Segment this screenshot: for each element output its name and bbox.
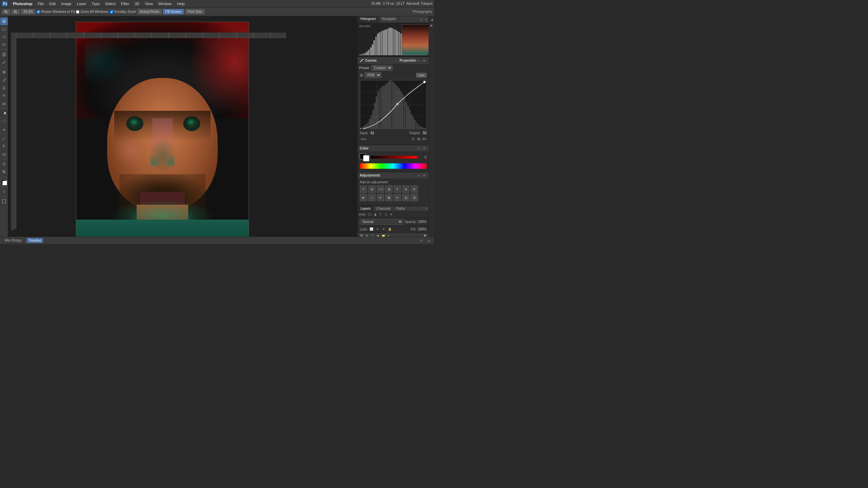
- fill-value[interactable]: 100%: [418, 227, 427, 231]
- menu-image[interactable]: Image: [58, 1, 74, 6]
- menu-type[interactable]: Type: [89, 1, 102, 6]
- tab-histogram[interactable]: Histogram: [358, 16, 379, 23]
- crop-tool[interactable]: [0, 51, 8, 58]
- tab-channels[interactable]: Channels: [374, 206, 394, 211]
- adj-channelmix-btn[interactable]: ⊟: [377, 194, 384, 201]
- menu-help[interactable]: Help: [174, 1, 188, 6]
- zoom-out-btn[interactable]: [12, 9, 20, 14]
- move-tool[interactable]: [0, 18, 8, 25]
- adj-brightness-btn[interactable]: ☀: [360, 185, 367, 193]
- menu-photoshop[interactable]: Photoshop: [10, 1, 35, 6]
- adj-panel-menu[interactable]: ≡: [416, 173, 421, 178]
- curves-preview-btn[interactable]: [416, 137, 421, 141]
- filter-text-btn[interactable]: T: [378, 212, 383, 217]
- clone-stamp-tool[interactable]: [0, 84, 8, 92]
- menu-layer[interactable]: Layer: [74, 1, 89, 6]
- opacity-value[interactable]: 100%: [418, 220, 427, 224]
- output-value[interactable]: 50: [423, 131, 427, 135]
- adj-threshold-btn[interactable]: ▧: [411, 194, 418, 201]
- edge-btn-1[interactable]: ▶: [429, 23, 434, 28]
- navigator-thumb[interactable]: [402, 24, 429, 55]
- eraser-tool[interactable]: [0, 100, 8, 107]
- layer-add-style-btn[interactable]: fx: [364, 233, 369, 237]
- lock-transparent-btn[interactable]: ⬜: [369, 227, 374, 231]
- text-tool[interactable]: T: [0, 143, 8, 150]
- menu-file[interactable]: File: [35, 1, 46, 6]
- adj-posterize-btn[interactable]: ▥: [402, 194, 410, 201]
- status-timeline[interactable]: Timeline: [26, 238, 43, 243]
- scrubby-checkbox[interactable]: Scrubby Zoom: [110, 10, 136, 14]
- adj-collorlookup-btn[interactable]: ▦: [385, 194, 393, 201]
- dodge-tool[interactable]: [0, 125, 8, 133]
- curves-panel-menu[interactable]: ≡: [416, 58, 421, 63]
- shape-tool[interactable]: [0, 150, 8, 158]
- fg-bg-swatches[interactable]: [360, 153, 369, 161]
- gradient-tool[interactable]: [0, 109, 8, 117]
- adj-levels-btn[interactable]: ▤: [368, 185, 376, 193]
- status-settings-btn[interactable]: ⚙: [419, 238, 424, 243]
- auto-btn[interactable]: Auto: [416, 73, 427, 78]
- lock-all-btn[interactable]: 🔒: [388, 227, 392, 231]
- properties-tab-prop[interactable]: Properties: [406, 58, 410, 63]
- blend-mode-select[interactable]: Normal: [360, 219, 403, 225]
- print-size-btn[interactable]: Print Size: [185, 9, 204, 14]
- tab-layers[interactable]: Layers: [358, 206, 374, 211]
- layer-new-adj-btn[interactable]: ◑: [375, 233, 380, 237]
- canvas-document[interactable]: [76, 22, 249, 237]
- background-swatch[interactable]: [2, 181, 7, 185]
- resize-checkbox[interactable]: Resize Windows to Fit: [37, 10, 75, 14]
- menu-filter[interactable]: Filter: [118, 1, 132, 6]
- adj-exposure-btn[interactable]: ◑: [385, 185, 393, 193]
- quick-select-tool[interactable]: [0, 41, 8, 48]
- zoom-tool[interactable]: [0, 168, 8, 176]
- filter-smart-btn[interactable]: ✦: [389, 212, 394, 217]
- panel-collapse-btn[interactable]: ≡: [419, 17, 424, 22]
- color-swatches[interactable]: [1, 179, 7, 185]
- layers-panel-menu[interactable]: ≡: [424, 206, 429, 211]
- filter-shape-btn[interactable]: ◻: [383, 212, 388, 217]
- curves-auto-btn[interactable]: Auto: [360, 137, 367, 141]
- filter-adjust-btn[interactable]: ◑: [373, 212, 377, 217]
- filter-pixel-btn[interactable]: ☐: [367, 212, 372, 217]
- lock-pixels-btn[interactable]: ✏: [375, 227, 380, 231]
- fill-screen-btn[interactable]: Fill Screen: [163, 9, 184, 14]
- menu-select[interactable]: Select: [102, 1, 118, 6]
- panel-close-btn[interactable]: ✕: [424, 17, 429, 22]
- adj-panel-close[interactable]: ✕: [422, 173, 427, 178]
- adj-hsl-btn[interactable]: ◈: [402, 185, 410, 193]
- adj-photofilt-btn[interactable]: ⬡: [368, 194, 376, 201]
- adj-invert-btn[interactable]: ⊘: [394, 194, 401, 201]
- menu-window[interactable]: Window: [156, 1, 174, 6]
- quick-mask-btn[interactable]: Q: [0, 188, 8, 195]
- expand-panel-btn[interactable]: ◀: [429, 18, 434, 22]
- color-panel-close[interactable]: ✕: [422, 146, 427, 151]
- pen-tool[interactable]: [0, 135, 8, 142]
- curves-graph[interactable]: [360, 80, 427, 129]
- layer-new-group-btn[interactable]: 📁: [381, 233, 386, 237]
- color-r-slider[interactable]: [371, 156, 417, 159]
- lasso-tool[interactable]: [0, 33, 8, 41]
- adj-bw-btn[interactable]: ◐: [360, 194, 367, 201]
- curves-reset-btn[interactable]: [411, 137, 416, 141]
- properties-tab-info[interactable]: Info: [411, 58, 416, 63]
- adj-colorbalance-btn[interactable]: ⊞: [411, 185, 418, 193]
- adj-curves-btn[interactable]: ⟿: [377, 185, 384, 193]
- menu-3d[interactable]: 3D: [132, 1, 142, 6]
- screen-mode-btn[interactable]: [0, 198, 8, 205]
- color-spectrum[interactable]: [360, 163, 427, 169]
- curves-target-icon[interactable]: [360, 74, 363, 77]
- tab-paths[interactable]: Paths: [394, 206, 408, 211]
- status-expand-btn[interactable]: ▲: [427, 238, 431, 243]
- preset-select[interactable]: Custom: [371, 65, 393, 71]
- bg-swatch[interactable]: [363, 155, 369, 161]
- blur-tool[interactable]: [0, 117, 8, 125]
- layer-delete-btn[interactable]: 🗑: [422, 233, 427, 237]
- brush-tool[interactable]: [0, 76, 8, 84]
- eyedropper-tool[interactable]: [0, 59, 8, 66]
- layer-link-btn[interactable]: ⛓: [359, 233, 364, 237]
- menu-edit[interactable]: Edit: [46, 1, 58, 6]
- channel-select[interactable]: RGB: [364, 72, 381, 78]
- color-panel-menu[interactable]: ≡: [416, 146, 421, 151]
- curves-clip-btn[interactable]: [422, 137, 427, 141]
- menu-view[interactable]: View: [142, 1, 156, 6]
